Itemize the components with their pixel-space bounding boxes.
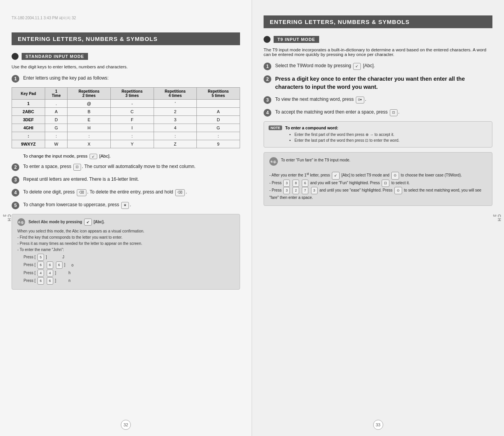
eg-circle-icon: e.g. — [17, 218, 25, 226]
key-6a: 6 — [37, 261, 44, 268]
col-rep5: Repetitions5 times — [197, 88, 240, 100]
john-letter-h: h — [68, 270, 71, 276]
cell: H — [68, 124, 111, 132]
note-label: NOTE — [269, 126, 282, 130]
john-letter-j: J — [62, 254, 64, 260]
abc-line-4: - To enter the name "John": — [17, 247, 234, 253]
eg-next-key: ⊙ — [394, 187, 402, 194]
john-row-n: Press [ 6 6 ] n — [24, 277, 234, 284]
abc-title: Select Abc mode by pressing ↙ [Abc]. — [29, 220, 105, 224]
cell: : — [154, 132, 197, 140]
cell: 1 — [12, 100, 45, 108]
step-4-num: 4 — [12, 189, 19, 197]
right-section-title: ENTERING LETTERS, NUMBERS & SYMBOLS — [264, 15, 492, 28]
key-4a: 4 — [37, 270, 44, 277]
abc-body: When you select this mode, the Abc icon … — [17, 228, 234, 285]
john-row-o: Press [ 6 6 6 ] o — [24, 261, 234, 268]
eg-6key: 6 — [302, 180, 308, 187]
space-key: ⊡ — [73, 164, 81, 171]
cell: W — [45, 140, 68, 148]
table-row: 4GHI G H I 4 G — [12, 124, 240, 132]
cell: B — [68, 108, 111, 116]
cell: Z — [154, 140, 197, 148]
eg-body: - After you enter the 1st letter, press … — [269, 171, 487, 201]
abc-eg-header: e.g. Select Abc mode by pressing ↙ [Abc]… — [17, 218, 234, 226]
note-compound-box: NOTE To enter a compound word: Enter the… — [264, 121, 492, 148]
left-intro: Use the digit keys to enter letters, num… — [12, 64, 240, 69]
col-1time: 1Time — [45, 88, 68, 100]
note-title: To enter a compound word: — [285, 126, 399, 130]
right-mode-dot — [264, 36, 271, 43]
t9-abc-key: ↙ — [353, 63, 361, 70]
abc-example-box: e.g. Select Abc mode by pressing ↙ [Abc]… — [12, 214, 240, 290]
eg-title-text: To enter "Fun fare" in the T9 input mode… — [281, 157, 487, 163]
eg-select-key: ⊡ — [382, 180, 389, 187]
cell: E — [68, 116, 111, 124]
john-example: Press [ 5 ] J Press [ 6 6 6 ] o Press [ … — [24, 254, 234, 285]
r-step-4-text: To accept the matching word then enter a… — [275, 109, 399, 116]
eg-line-1: - After you enter the 1st letter, press … — [269, 171, 487, 180]
next-word-key: 0▾ — [356, 97, 364, 103]
col-rep2: Repetitions2 times — [68, 88, 111, 100]
cell: : — [45, 132, 68, 140]
eg-3key3: 3 — [311, 187, 318, 194]
step-2: 2 To enter a space, press ⊡. The cursor … — [12, 163, 240, 171]
r-step-3-num: 3 — [264, 96, 271, 104]
cell: 4 — [154, 124, 197, 132]
eg-3key: 3 — [283, 180, 290, 187]
key-6e: 6 — [47, 277, 53, 284]
accept-key: ⊡ — [390, 109, 397, 116]
col-keypad: Key Pad — [12, 88, 45, 100]
key-6b: 6 — [47, 261, 53, 268]
step-2-text: To enter a space, press ⊡. The cursor wi… — [23, 163, 196, 171]
right-intro: The T9 input mode incorporates a built-i… — [264, 48, 492, 57]
left-ch-label: CH3 — [2, 214, 12, 222]
key-table: Key Pad 1Time Repetitions2 times Repetit… — [12, 87, 240, 148]
cell: 2ABC — [12, 108, 45, 116]
r-step-2-num: 2 — [264, 75, 271, 83]
cell: D — [45, 116, 68, 124]
note-content: To enter a compound word: Enter the firs… — [285, 126, 399, 143]
r-step-4: 4 To accept the matching word then enter… — [264, 109, 492, 117]
r-step-1-num: 1 — [264, 63, 271, 70]
left-page: TX-180 2004.11.1 3:43 PM 페이지 32 ENTERING… — [0, 0, 252, 436]
abc-line-2: - Find the key that corresponds to the l… — [17, 234, 234, 241]
eg-header-row: e.g. To enter "Fun fare" in the T9 input… — [269, 157, 487, 167]
note-bullets: Enter the first part of the word then pr… — [291, 132, 399, 143]
mode-dot — [12, 53, 19, 60]
right-page: ENTERING LETTERS, NUMBERS & SYMBOLS T9 I… — [252, 0, 504, 436]
step-5-text: To change from lowercase to uppercase, p… — [23, 201, 131, 209]
cell: 2 — [154, 108, 197, 116]
cell: A — [197, 108, 240, 116]
abc-line-1: When you select this mode, the Abc icon … — [17, 228, 234, 234]
eg-lower-key: ⊙ — [391, 172, 399, 179]
john-press-o: Press [ 6 6 6 ] — [24, 261, 65, 268]
left-section-title: ENTERING LETTERS, NUMBERS & SYMBOLS — [12, 32, 240, 45]
r-step-2: 2 Press a digit key once to enter the ch… — [264, 75, 492, 91]
note-bullet-1: Enter the first part of the word then pr… — [294, 132, 399, 137]
abc-key-icon: ↙ — [90, 154, 97, 159]
cell: : — [197, 132, 240, 140]
step-5-num: 5 — [12, 202, 19, 209]
step-1: 1 Enter letters using the key pad as fol… — [12, 75, 240, 83]
step-3-text: Repeat until letters are entered. There … — [23, 176, 139, 183]
cell: : — [111, 132, 154, 140]
key-5: 5 — [37, 254, 44, 261]
cell: 4GHI — [12, 124, 45, 132]
eg-8key: 8 — [293, 180, 299, 187]
eg-icon: e.g. — [269, 157, 278, 166]
key-table-wrapper: Key Pad 1Time Repetitions2 times Repetit… — [12, 87, 240, 148]
table-row: 1 . @ - ' — [12, 100, 240, 108]
abc-press-key: ↙ — [84, 219, 92, 226]
cell: - — [111, 100, 154, 108]
cell: 3DEF — [12, 116, 45, 124]
cell: I — [111, 124, 154, 132]
note-bullet-2: Enter the last part of the word then pre… — [294, 137, 399, 143]
r-step-4-num: 4 — [264, 109, 271, 117]
cell: X — [68, 140, 111, 148]
cell: C — [111, 108, 154, 116]
step-1-text: Enter letters using the key pad as follo… — [23, 75, 108, 81]
cell: G — [45, 124, 68, 132]
table-row: 2ABC A B C 2 A — [12, 108, 240, 116]
r-step-2-text: Press a digit key once to enter the char… — [275, 75, 492, 91]
